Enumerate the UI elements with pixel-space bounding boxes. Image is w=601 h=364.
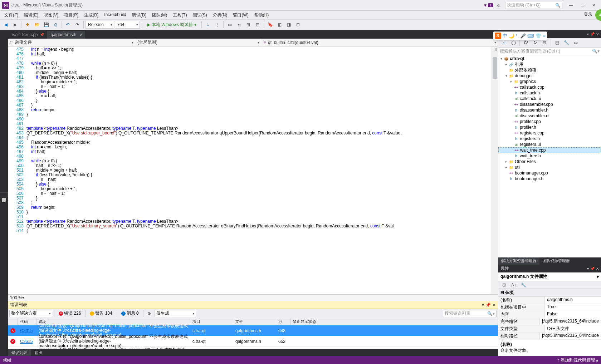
error-list-title[interactable]: 错误列表 ▾📌✕ xyxy=(8,301,498,309)
step-icon[interactable]: ⤵ xyxy=(204,20,212,29)
new-project-icon[interactable]: ✚ xyxy=(23,20,32,29)
tb-icon-5[interactable]: ◧ xyxy=(275,20,284,29)
tb-icon-2[interactable]: ⎘ xyxy=(235,20,243,29)
split-icon[interactable]: ⊟ xyxy=(494,47,497,51)
tree-item[interactable]: hregisters.h xyxy=(498,136,601,142)
dropdown-icon[interactable]: ▾ xyxy=(587,32,589,36)
start-debug-button[interactable]: ▶ 本地 Windows 调试器 ▾ xyxy=(144,21,200,29)
tree-item[interactable]: hbootmanager.h xyxy=(498,176,601,182)
ime-keyboard-icon[interactable]: ⌨ xyxy=(527,33,534,39)
user-avatar[interactable]: 46 xyxy=(595,9,601,21)
col-line[interactable]: 行 xyxy=(276,318,290,325)
property-row[interactable]: 相对路径j:\qt\5.8\msvc2015_64\include xyxy=(498,333,601,340)
editor-zoom[interactable]: 100 % ▾ xyxy=(8,294,498,301)
ime-skin-icon[interactable]: 👕 xyxy=(536,33,541,39)
tree-item[interactable]: ++profiler.cpp xyxy=(498,119,601,124)
ime-moon-icon[interactable]: 🌙 xyxy=(509,33,514,39)
errors-filter[interactable]: ✕错误 226 xyxy=(56,310,83,317)
nav-scope-dropdown[interactable]: ⬚杂项文件 xyxy=(8,39,135,46)
ime-lang-icon[interactable]: 中 xyxy=(503,33,507,39)
feedback-icon[interactable]: ☺ xyxy=(494,1,503,10)
property-row[interactable]: (名称)qalgorithms.h xyxy=(498,297,601,304)
error-search-input[interactable]: 搜索错误列表🔍▾ xyxy=(443,310,497,317)
menu-item[interactable]: 生成(B) xyxy=(81,11,101,19)
tree-item[interactable]: ▸📁graphics xyxy=(498,79,601,84)
tree-item[interactable]: ▸🔗引用 xyxy=(498,62,601,67)
tree-item[interactable]: ++disassembler.cpp xyxy=(498,102,601,107)
nav-back-icon[interactable]: ◀ xyxy=(1,20,10,29)
config-dropdown[interactable]: Release xyxy=(85,21,114,29)
dropdown-icon[interactable]: ▾ xyxy=(482,302,484,308)
tree-item[interactable]: 📁外部依赖项 xyxy=(498,67,601,73)
tb-icon-4[interactable]: ⊟ xyxy=(253,20,262,29)
property-row[interactable]: 文件类型C++ 头文件 xyxy=(498,325,601,333)
preview-icon[interactable]: ▭ xyxy=(571,38,580,47)
show-all-icon[interactable]: ▤ xyxy=(553,38,561,47)
code-editor[interactable]: 4754764774784794804814824834844854864874… xyxy=(8,46,498,294)
col-project[interactable]: 项目 xyxy=(190,318,233,325)
properties-category[interactable]: ⊟ 杂项 xyxy=(498,289,601,297)
quick-launch-input[interactable]: 快速启动 (Ctrl+Q)🔍 xyxy=(505,2,562,9)
tab-team-explorer[interactable]: 团队资源管理器 xyxy=(539,257,573,265)
close-icon[interactable]: ✕ xyxy=(492,302,496,308)
error-row[interactable]: ✕ C3615 constexpr 函数 "QAlgorithmsPrivate… xyxy=(8,336,498,347)
alpha-icon[interactable]: A↓ xyxy=(509,281,518,289)
sign-in-link[interactable]: 登录 xyxy=(584,11,592,18)
tree-item[interactable]: uicallstack.ui xyxy=(498,96,601,102)
properties-object[interactable]: qalgorithms.h 文件属性▾ xyxy=(498,272,601,281)
save-all-icon[interactable]: ⎙ xyxy=(51,20,60,29)
tree-item[interactable]: ▾📁debugger xyxy=(498,73,601,79)
tree-item[interactable]: ++registers.cpp xyxy=(498,130,601,136)
tb-icon-1[interactable]: ▭ xyxy=(225,20,234,29)
menu-item[interactable]: 编辑(E) xyxy=(21,11,41,19)
messages-filter[interactable]: i消息 0 xyxy=(119,310,141,317)
tree-item[interactable]: ++callstack.cpp xyxy=(498,84,601,90)
tab-output[interactable]: 输出 xyxy=(31,349,46,356)
menu-item[interactable]: 工具(T) xyxy=(170,11,190,19)
tree-item[interactable]: ▾📦citra-qt xyxy=(498,56,601,62)
tree-item[interactable]: uiregisters.ui xyxy=(498,142,601,147)
dropdown-icon[interactable]: ▾ xyxy=(587,267,589,271)
close-icon[interactable]: ✕ xyxy=(596,267,599,271)
close-icon[interactable]: ✕ xyxy=(596,32,599,36)
ime-logo-icon[interactable]: S xyxy=(495,33,501,39)
vertical-scrollbar[interactable]: ⊟ xyxy=(492,46,498,294)
tb-icon-6[interactable]: ◨ xyxy=(284,20,293,29)
redo-icon[interactable]: ↷ xyxy=(73,20,82,29)
menu-item[interactable]: 团队(M) xyxy=(149,11,170,19)
source-control-link[interactable]: ↑ 添加到源代码管理 ▴ xyxy=(557,357,598,363)
col-file[interactable]: 文件 xyxy=(233,318,276,325)
tree-item[interactable]: ++wait_tree.cpp xyxy=(498,147,601,153)
undo-icon[interactable]: ↶ xyxy=(64,20,72,29)
menu-item[interactable]: 项目(P) xyxy=(61,11,81,19)
pin-icon[interactable]: 📌 xyxy=(590,32,595,36)
wrench-icon[interactable]: 🔧 xyxy=(519,281,528,289)
scope-dropdown[interactable]: 整个解决方案 xyxy=(9,310,52,317)
properties-icon[interactable]: 🔧 xyxy=(562,38,571,47)
properties-title[interactable]: 属性▾📌✕ xyxy=(498,265,601,272)
tab-solution-explorer[interactable]: 解决方案资源管理器 xyxy=(498,257,539,265)
editor-tab[interactable]: qalgorithms.h✕ xyxy=(47,31,85,39)
close-tab-icon[interactable]: ✕ xyxy=(80,33,83,37)
menu-item[interactable]: 文件(F) xyxy=(1,11,21,19)
server-explorer-tab[interactable]: 服务器资源管理器 xyxy=(0,192,8,196)
menu-item[interactable]: 窗口(W) xyxy=(230,11,251,19)
tb-icon-7[interactable]: ⊡ xyxy=(294,20,302,29)
solution-search-input[interactable]: 搜索解决方案资源管理器(Ctrl+;)🔍▾ xyxy=(498,47,601,55)
menu-item[interactable]: 调试(D) xyxy=(129,11,150,19)
menu-item[interactable]: 测试(S) xyxy=(190,11,210,19)
menu-item[interactable]: 分析(N) xyxy=(210,11,230,19)
open-icon[interactable]: 📂 xyxy=(33,20,41,29)
menu-item[interactable]: Incredibuild xyxy=(101,11,129,19)
menu-item[interactable]: 视图(V) xyxy=(41,11,61,19)
filter-icon[interactable]: ⚙ xyxy=(145,309,154,318)
tree-item[interactable]: hprofiler.h xyxy=(498,124,601,130)
bookmark-icon[interactable]: 🔖 xyxy=(266,20,274,29)
solution-tree[interactable]: ▾📦citra-qt▸🔗引用📁外部依赖项▾📁debugger▸📁graphics… xyxy=(498,55,601,257)
property-row[interactable]: 内容False xyxy=(498,311,601,318)
maximize-button[interactable]: ▭ xyxy=(577,2,587,9)
warnings-filter[interactable]: !警告 134 xyxy=(87,310,114,317)
platform-dropdown[interactable]: x64 xyxy=(115,21,140,29)
property-row[interactable]: 完整路径j:\qt\5.8\msvc2015_64\include xyxy=(498,318,601,325)
col-code[interactable]: 代码 xyxy=(18,318,36,325)
